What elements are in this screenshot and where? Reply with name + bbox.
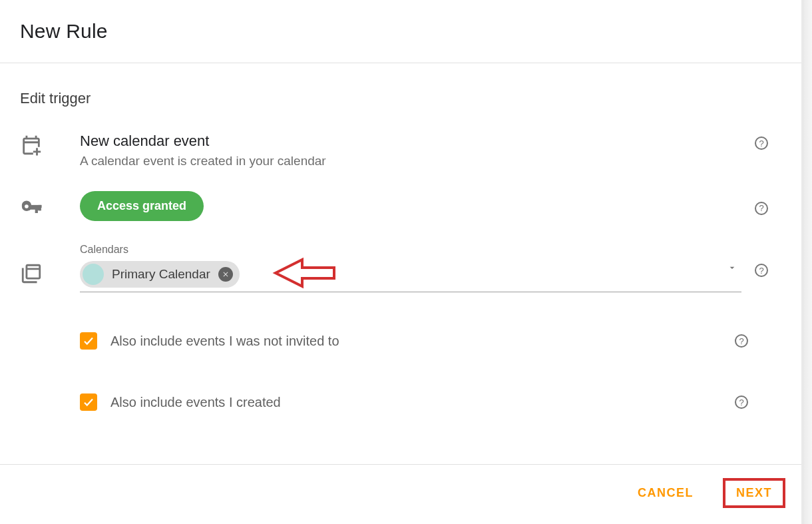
chip-avatar-icon — [83, 264, 104, 285]
trigger-info: New calendar event A calendar event is c… — [80, 132, 741, 168]
backdrop — [804, 0, 812, 524]
calendars-field-label: Calendars — [80, 244, 741, 256]
cancel-button[interactable]: CANCEL — [624, 478, 707, 508]
key-icon — [20, 195, 80, 218]
help-icon[interactable]: ? — [735, 334, 748, 348]
not-invited-label: Also include events I was not invited to — [110, 334, 721, 349]
help-icon[interactable]: ? — [755, 136, 768, 150]
dialog-content: Edit trigger New calendar event A calend… — [0, 63, 801, 464]
help-icon[interactable]: ? — [755, 264, 768, 277]
access-row: Access granted ? — [20, 191, 781, 221]
not-invited-checkbox[interactable] — [80, 332, 97, 350]
dialog-title: New Rule — [20, 20, 781, 43]
calendar-chip: Primary Calendar — [80, 261, 240, 288]
calendars-select[interactable]: Primary Calendar — [80, 258, 741, 292]
created-checkbox[interactable] — [80, 393, 97, 411]
calendar-add-icon — [20, 132, 80, 156]
new-rule-dialog: New Rule Edit trigger New calendar event… — [0, 0, 804, 524]
calendars-row: Calendars Primary Calendar ? — [20, 244, 781, 292]
section-title: Edit trigger — [20, 90, 781, 107]
option-created-row: Also include events I created ? — [20, 393, 781, 411]
access-granted-button[interactable]: Access granted — [80, 191, 204, 221]
option-not-invited-row: Also include events I was not invited to… — [20, 332, 781, 350]
svg-rect-3 — [39, 204, 41, 210]
help-icon[interactable]: ? — [735, 395, 748, 409]
dialog-footer: CANCEL NEXT — [0, 464, 801, 524]
created-label: Also include events I created — [110, 395, 721, 410]
svg-point-1 — [25, 204, 29, 208]
chevron-down-icon[interactable] — [727, 262, 737, 276]
chip-remove-button[interactable] — [218, 267, 233, 282]
dialog-header: New Rule — [0, 0, 801, 63]
next-button[interactable]: NEXT — [723, 478, 785, 508]
trigger-description: A calendar event is created in your cale… — [80, 154, 741, 168]
calendars-icon — [20, 244, 80, 285]
help-icon[interactable]: ? — [755, 202, 768, 215]
trigger-title: New calendar event — [80, 132, 741, 150]
trigger-row: New calendar event A calendar event is c… — [20, 132, 781, 168]
chip-label: Primary Calendar — [112, 267, 210, 282]
